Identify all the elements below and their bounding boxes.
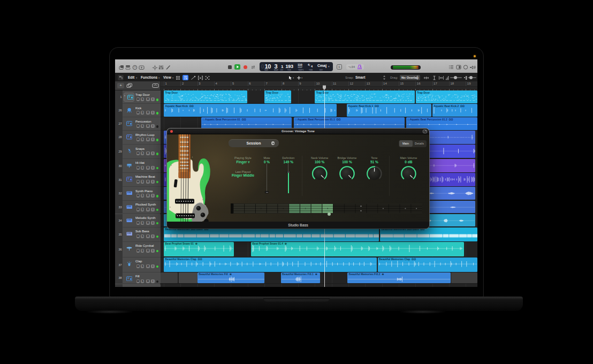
svg-text:?: ? xyxy=(134,66,135,69)
